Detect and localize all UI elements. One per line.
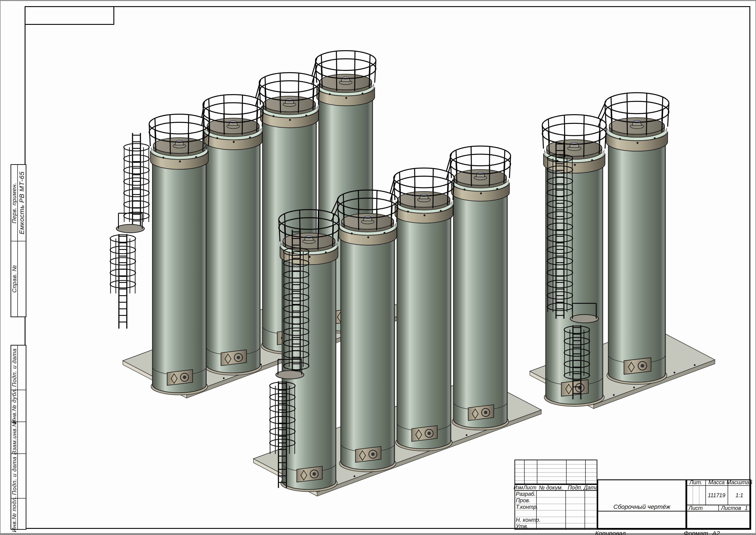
scale-label: Масштаб — [728, 479, 751, 485]
sign-date-cell-2: Подп. и дата — [11, 453, 17, 498]
col-izm-label: Изм. — [515, 484, 523, 491]
col-date-label: Дата — [585, 484, 597, 491]
drawing-window: Перв. примен. Емкость РВ МТ-65 Справ. № … — [0, 0, 756, 535]
repl-inv-label: Взам.инв.№ — [11, 420, 18, 455]
inv-orig-cell: Инв.№ подл. — [11, 498, 17, 530]
format-value: А2 — [712, 530, 720, 535]
first-use-label: Перв. примен. — [11, 183, 18, 223]
drawing-frame — [25, 6, 750, 529]
title-block: Изм. Лист № докум. Подп. Дата Разраб. Пр… — [515, 460, 751, 530]
inv-dup-label: Инв.№ дубл. — [11, 388, 18, 424]
repl-inv-cell: Взам.инв.№ — [11, 422, 17, 453]
sheets-label: Листов — [721, 505, 743, 511]
top-left-reference-box — [25, 6, 114, 25]
col-list-label: Лист — [523, 484, 536, 491]
sidebar-block-bottom: Подп. и дата Инв.№ дубл. Взам.инв.№ Подп… — [11, 345, 26, 530]
mass-value: 111719 — [706, 486, 728, 505]
ref-number-cell: Справ. № — [11, 241, 17, 317]
inv-dup-cell: Инв.№ дубл. — [11, 390, 17, 422]
copied-label: Копировал — [595, 530, 626, 535]
sign-date-cell-1: Подп. и дата — [11, 346, 17, 390]
first-use-value: Емкость РВ МТ-65 — [18, 171, 25, 235]
sign-date-label-2: Подп. и дата — [11, 457, 18, 495]
sidebar-block-top: Перв. примен. Емкость РВ МТ-65 Справ. № — [11, 164, 26, 317]
row-ncontrol-label: Н. контр. — [516, 517, 536, 523]
sheet-label: Лист — [688, 505, 717, 511]
first-use-value-cell: Емкость РВ МТ-65 — [17, 165, 26, 241]
scale-value: 1:1 — [728, 486, 751, 505]
row-tcontrol-label: Т.контр. — [516, 504, 536, 510]
doc-title: Сборочный чертёж — [597, 503, 686, 511]
format-label: Формат — [684, 530, 708, 535]
row-checked-label: Пров. — [516, 497, 536, 504]
revision-spare-grid — [515, 460, 597, 484]
first-use-cell: Перв. примен. — [11, 165, 17, 241]
inv-orig-label: Инв.№ подл. — [11, 496, 18, 532]
drawing-sheet: Перв. примен. Емкость РВ МТ-65 Справ. № … — [0, 1, 756, 533]
sign-date-label-1: Подп. и дата — [11, 349, 18, 387]
ref-number-label: Справ. № — [11, 265, 18, 293]
row-approved-label: Утв. — [516, 523, 536, 529]
mass-label: Масса — [706, 479, 728, 485]
lit-label: Лит. — [686, 479, 706, 485]
sheets-value: 1 — [745, 505, 750, 511]
row-developed-label: Разраб. — [516, 491, 536, 497]
col-doc-label: № докум. — [536, 484, 566, 491]
col-sign-label: Подп. — [566, 484, 585, 491]
